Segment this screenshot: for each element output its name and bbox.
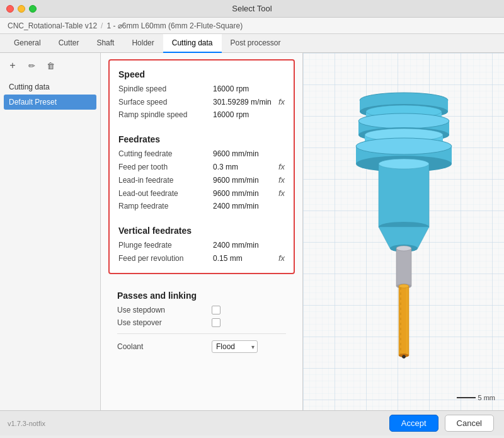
sidebar: + ✏ 🗑 Cutting data Default Preset [0,53,101,410]
tab-bar: General Cutter Shaft Holder Cutting data… [0,34,504,53]
add-preset-button[interactable]: + [5,58,20,73]
vertical-feedrates-title: Vertical feedrates [118,226,285,236]
svg-point-18 [379,159,429,169]
svg-point-9 [358,113,449,129]
lead-in-feedrate-fx[interactable]: fx [278,175,285,185]
lead-in-feedrate-row: Lead-in feedrate 9600 mm/min fx [118,175,285,185]
sidebar-item-cutting-data[interactable]: Cutting data [4,79,96,95]
svg-point-29 [402,355,405,359]
cutting-feedrate-row: Cutting feedrate 9600 mm/min [118,149,285,158]
ramp-spindle-speed-label: Ramp spindle speed [118,110,213,119]
scale-line-icon [457,397,476,398]
breadcrumb-tool: 1 - ⌀6mm L60mm (6mm 2-Flute-Square) [106,21,243,30]
edit-preset-button[interactable]: ✏ [24,58,39,73]
plunge-feedrate-label: Plunge feedrate [118,241,213,250]
plus-icon: + [9,60,15,71]
surface-speed-row: Surface speed 301.59289 m/min fx [118,97,285,107]
svg-point-22 [396,246,411,251]
sidebar-item-default-preset[interactable]: Default Preset [4,95,96,110]
feed-per-tooth-value: 0.3 mm [213,163,275,171]
use-stepdown-label: Use stepdown [117,306,212,314]
breadcrumb-project: CNC_Rotational-Table v12 [8,21,97,30]
coolant-row: Coolant Flood Mist Through None ▾ [117,340,286,353]
accept-button[interactable]: Accept [389,415,438,432]
spindle-speed-value: 16000 rpm [213,84,285,93]
version-label: v1.7.3-notfix [8,420,45,427]
cutting-feedrate-value: 9600 mm/min [213,149,285,158]
breadcrumb: CNC_Rotational-Table v12 / 1 - ⌀6mm L60m… [0,18,504,34]
titlebar: Select Tool [0,0,504,18]
scale-label: 5 mm [478,394,496,401]
lead-out-feedrate-row: Lead-out feedrate 9600 mm/min fx [118,188,285,198]
cutting-data-section: Speed Spindle speed 16000 rpm Surface sp… [108,59,295,274]
plunge-feedrate-row: Plunge feedrate 2400 mm/min [118,241,285,250]
coolant-select[interactable]: Flood Mist Through None [212,340,258,353]
plunge-feedrate-value: 2400 mm/min [213,241,285,250]
lead-in-feedrate-label: Lead-in feedrate [118,176,213,185]
cancel-button[interactable]: Cancel [445,415,494,432]
surface-speed-value: 301.59289 m/min [213,98,275,107]
svg-rect-24 [399,286,409,355]
feed-per-revolution-value: 0.15 mm [213,254,275,263]
tab-cutting-data[interactable]: Cutting data [163,34,222,53]
coolant-select-wrapper: Flood Mist Through None ▾ [212,340,258,353]
maximize-button[interactable] [29,5,37,13]
feed-per-tooth-row: Feed per tooth 0.3 mm fx [118,162,285,171]
feed-per-tooth-fx[interactable]: fx [278,162,285,171]
divider [117,333,286,334]
surface-speed-label: Surface speed [118,98,213,107]
tab-shaft[interactable]: Shaft [88,34,123,53]
use-stepover-row: Use stepover [117,318,286,327]
use-stepdown-checkbox[interactable] [212,306,220,314]
passes-linking-section: Passes and linking Use stepdown Use step… [108,282,295,359]
sidebar-actions: + ✏ 🗑 [4,58,96,73]
feed-per-revolution-label: Feed per revolution [118,254,213,263]
feedrates-title: Feedrates [118,134,285,144]
svg-rect-21 [396,248,411,286]
lead-out-feedrate-fx[interactable]: fx [278,188,285,198]
ramp-feedrate-value: 2400 mm/min [213,202,285,210]
minimize-button[interactable] [18,5,25,13]
feed-per-revolution-fx[interactable]: fx [278,253,285,263]
tool-illustration [347,66,461,370]
pencil-icon: ✏ [28,61,35,71]
lead-in-feedrate-value: 9600 mm/min [213,176,275,185]
scale-bar: 5 mm [457,394,496,401]
svg-rect-17 [379,164,429,227]
window-title: Select Tool [232,4,272,13]
delete-preset-button[interactable]: 🗑 [43,58,58,73]
ramp-spindle-speed-row: Ramp spindle speed 16000 rpm [118,110,285,119]
tab-holder[interactable]: Holder [123,34,163,53]
spindle-speed-label: Spindle speed [118,84,213,93]
ramp-feedrate-label: Ramp feedrate [118,202,213,210]
tool-preview-panel: 5 mm [302,53,504,410]
ramp-spindle-speed-value: 16000 rpm [213,110,285,119]
use-stepover-checkbox[interactable] [212,318,220,327]
svg-point-25 [399,284,409,288]
footer: v1.7.3-notfix Accept Cancel [0,410,504,435]
traffic-lights [6,5,37,13]
breadcrumb-sep: / [101,21,103,30]
feed-per-tooth-label: Feed per tooth [118,163,213,171]
svg-point-15 [356,138,452,154]
ramp-feedrate-row: Ramp feedrate 2400 mm/min [118,202,285,210]
cutting-feedrate-label: Cutting feedrate [118,149,213,158]
content-panel[interactable]: Speed Spindle speed 16000 rpm Surface sp… [101,53,302,410]
surface-speed-fx[interactable]: fx [278,97,285,107]
use-stepdown-row: Use stepdown [117,306,286,314]
tab-post-processor[interactable]: Post processor [222,34,290,53]
lead-out-feedrate-value: 9600 mm/min [213,189,275,198]
trash-icon: 🗑 [47,61,55,71]
tab-cutter[interactable]: Cutter [50,34,88,53]
lead-out-feedrate-label: Lead-out feedrate [118,189,213,198]
feed-per-revolution-row: Feed per revolution 0.15 mm fx [118,253,285,263]
tab-general[interactable]: General [5,34,50,53]
speed-title: Speed [118,69,285,79]
passes-linking-title: Passes and linking [117,291,286,301]
close-button[interactable] [6,5,14,13]
use-stepover-label: Use stepover [117,318,212,327]
coolant-label: Coolant [117,342,212,351]
spindle-speed-row: Spindle speed 16000 rpm [118,84,285,93]
